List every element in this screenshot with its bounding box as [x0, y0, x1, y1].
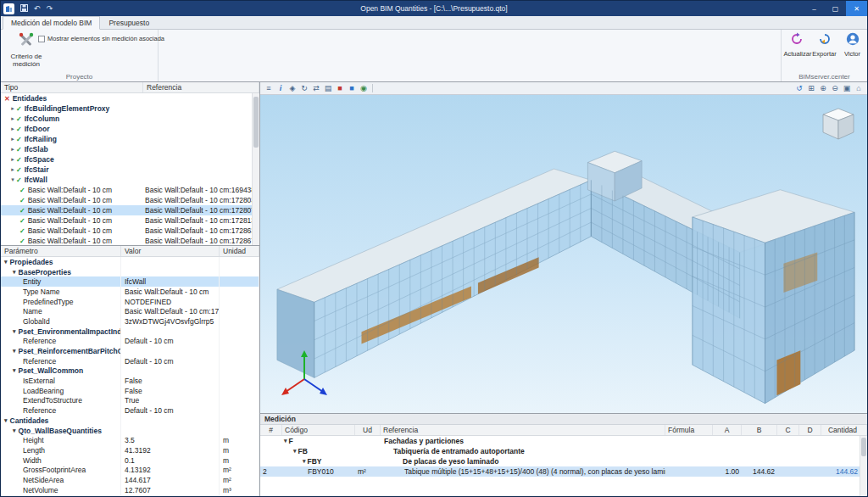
tree-scrollbar[interactable] [252, 93, 259, 245]
3d-viewport[interactable] [260, 95, 867, 413]
tree-item-ifcdoor[interactable]: ▸✓IfcDoor [1, 124, 259, 134]
orbit-icon[interactable]: ↻ [298, 83, 310, 94]
medicion-scrollbar[interactable] [860, 436, 867, 496]
title-bar[interactable]: ↶ ↷ Open BIM Quantities - [C:\...\Presup… [1, 1, 867, 16]
property-row[interactable]: Height3.5m [1, 435, 259, 445]
property-row[interactable]: ReferenceDefault - 10 cm [1, 405, 259, 416]
prop-header-valor[interactable]: Valor [121, 246, 220, 256]
med-row[interactable]: ▾FBYDe placas de yeso laminado [260, 456, 867, 466]
property-row[interactable]: ReferenceDefault - 10 cm [1, 356, 259, 366]
chevron-down-icon[interactable]: ▾ [13, 348, 16, 355]
med-header-b[interactable]: B [742, 425, 777, 435]
med-header-cdigo[interactable]: Código [282, 425, 355, 435]
med-row[interactable]: ▾FBTabiquería de entramado autoportante [260, 446, 867, 456]
tree-item-wall[interactable]: ✓Basic Wall:Default - 10 cmBasic Wall:De… [1, 205, 259, 215]
tree-item-ifccolumn[interactable]: ▸✓IfcColumn [1, 114, 259, 124]
tree-item-wall[interactable]: ✓Basic Wall:Default - 10 cmBasic Wall:De… [1, 215, 259, 226]
med-header-ud[interactable]: Ud [355, 425, 381, 435]
palette-blue-icon[interactable]: ■ [346, 83, 358, 94]
home-view-icon[interactable]: ⌂ [853, 83, 865, 94]
view-cube[interactable] [820, 105, 857, 142]
rotate-view-icon[interactable]: ↺ [793, 83, 805, 94]
med-header-cantidad[interactable]: Cantidad [821, 425, 867, 435]
property-row[interactable]: EntityIfcWall [1, 276, 259, 287]
tree-item-ifcslab[interactable]: ▸✓IfcSlab [1, 144, 259, 154]
layers-icon[interactable]: ≡ [263, 83, 275, 94]
chevron-right-icon[interactable]: ▸ [9, 146, 16, 153]
undo-button[interactable]: ↶ [31, 4, 43, 13]
app-icon[interactable] [3, 3, 14, 14]
tree-item-ifcstair[interactable]: ▸✓IfcStair [1, 165, 259, 175]
tree-item-wall[interactable]: ✓Basic Wall:Default - 10 cmBasic Wall:De… [1, 226, 259, 236]
tree-item-ifcwall[interactable]: ▾✓IfcWall [1, 175, 259, 185]
chevron-right-icon[interactable]: ▸ [9, 126, 16, 132]
property-row[interactable]: NetSideArea144.617m² [1, 475, 259, 485]
chevron-right-icon[interactable]: ▸ [9, 105, 16, 112]
chevron-down-icon[interactable]: ▾ [284, 438, 287, 444]
prop-header-parametro[interactable]: Parámetro [1, 246, 121, 256]
property-row[interactable]: LoadBearingFalse [1, 386, 259, 396]
tree-item-wall[interactable]: ✓Basic Wall:Default - 10 cmBasic Wall:De… [1, 195, 259, 205]
property-row[interactable]: ▾Pset_ReinforcementBarPitchOfWall [1, 346, 259, 356]
user-account-button[interactable]: Victor [840, 32, 865, 58]
med-header-frmula[interactable]: Fórmula [665, 425, 713, 435]
med-header-[interactable]: # [260, 425, 282, 435]
med-row[interactable]: 2FBY010m²Tabique múltiple (15+15+48+15+1… [260, 466, 867, 477]
maximize-button[interactable]: ▢ [825, 1, 846, 16]
chevron-down-icon[interactable]: ▾ [293, 448, 297, 455]
property-row[interactable]: ▾Cantidades [1, 416, 259, 426]
chevron-down-icon[interactable]: ▾ [13, 427, 16, 434]
tree-header-referencia[interactable]: Referencia [143, 82, 259, 92]
tab-medicion-modelo-bim[interactable]: Medición del modelo BIM [3, 16, 100, 30]
chevron-right-icon[interactable]: ▸ [9, 156, 16, 163]
close-button[interactable]: ✕ [846, 1, 867, 16]
property-row[interactable]: Width0.1m [1, 455, 259, 466]
chevron-down-icon[interactable]: ▾ [13, 269, 16, 276]
property-row[interactable]: ExtendToStructureTrue [1, 396, 259, 406]
exportar-button[interactable]: Exportar [812, 32, 837, 58]
tab-presupuesto[interactable]: Presupuesto [100, 16, 158, 30]
property-row[interactable]: NameBasic Wall:Default - 10 cm:172807 [1, 306, 259, 316]
tree-item-ifcspace[interactable]: ▸✓IfcSpace [1, 154, 259, 165]
zoom-extents-icon[interactable]: ⊞ [805, 83, 817, 94]
tree-item-ifcbuildingelementproxy[interactable]: ▸✓IfcBuildingElementProxy [1, 103, 259, 114]
property-row[interactable]: Length41.3192m [1, 445, 259, 455]
chevron-down-icon[interactable]: ▾ [4, 417, 8, 424]
property-row[interactable]: GrossFootprintArea4.13192m² [1, 465, 259, 475]
property-row[interactable]: ▾Qto_WallBaseQuantities [1, 426, 259, 436]
pan-icon[interactable]: ⇄ [310, 83, 322, 94]
redo-button[interactable]: ↷ [43, 4, 56, 13]
tree-item-ifcrailing[interactable]: ▸✓IfcRailing [1, 134, 259, 144]
tag-icon[interactable]: ◈ [287, 83, 298, 94]
med-header-d[interactable]: D [799, 425, 821, 435]
chevron-down-icon[interactable]: ▾ [303, 458, 306, 465]
palette-red-icon[interactable]: ■ [334, 83, 346, 94]
property-row[interactable]: ReferenceDefault - 10 cm [1, 337, 259, 347]
checkbox-icon[interactable] [38, 36, 45, 42]
property-row[interactable]: ▾Propiedades [1, 257, 259, 267]
tree-item-wall[interactable]: ✓Basic Wall:Default - 10 cmBasic Wall:De… [1, 236, 259, 245]
show-unmeasured-checkbox[interactable]: Mostrar elementos sin medición asociada [38, 35, 164, 42]
chevron-down-icon[interactable]: ▾ [13, 328, 16, 335]
minimize-button[interactable]: – [804, 1, 825, 16]
med-row[interactable]: ▾FFachadas y particiones [260, 436, 867, 446]
zoom-out-icon[interactable]: ⊖ [829, 83, 841, 94]
chevron-down-icon[interactable]: ▾ [13, 367, 16, 374]
section-icon[interactable]: ▤ [322, 83, 334, 94]
property-row[interactable]: GlobalId3zWxDTWGj4VOsvfgGlrrp5 [1, 316, 259, 327]
actualizar-button[interactable]: Actualizar [784, 32, 810, 58]
save-button[interactable] [18, 4, 31, 14]
property-row[interactable]: PredefinedTypeNOTDEFINED [1, 297, 259, 307]
tree-item-entidades[interactable]: ✕Entidades [1, 93, 259, 103]
chevron-down-icon[interactable]: ▾ [9, 176, 16, 183]
property-row[interactable]: IsExternalFalse [1, 376, 259, 386]
chevron-right-icon[interactable]: ▸ [9, 136, 16, 142]
tree-item-wall[interactable]: ✓Basic Wall:Default - 10 cmBasic Wall:De… [1, 185, 259, 195]
property-row[interactable]: NetVolume12.7607m³ [1, 485, 259, 495]
prop-header-unidad[interactable]: Unidad [220, 246, 259, 256]
chevron-down-icon[interactable]: ▾ [4, 259, 8, 265]
med-header-a[interactable]: A [713, 425, 742, 435]
property-row[interactable]: Type NameBasic Wall:Default - 10 cm [1, 287, 259, 297]
chevron-right-icon[interactable]: ▸ [9, 115, 16, 122]
zoom-window-icon[interactable]: ▣ [841, 83, 853, 94]
